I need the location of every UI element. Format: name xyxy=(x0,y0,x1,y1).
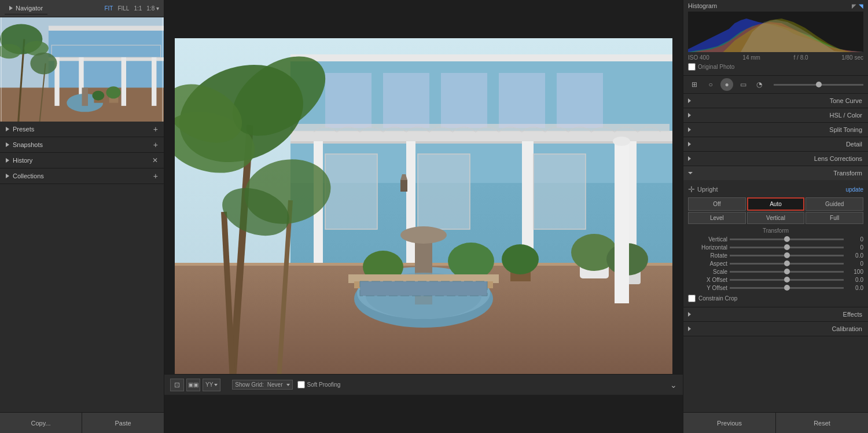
upright-text: Upright xyxy=(697,186,718,193)
upright-label-row: ✛ Upright xyxy=(688,185,718,194)
zoom-fill[interactable]: FILL xyxy=(117,5,129,12)
compare-button[interactable]: ▣▣ xyxy=(186,379,200,391)
original-photo-checkbox[interactable] xyxy=(688,63,696,71)
snapshots-label: Snapshots xyxy=(13,141,43,148)
snapshots-section: Snapshots + xyxy=(0,137,164,153)
previous-button[interactable]: Previous xyxy=(683,413,776,433)
tone-curve-header[interactable]: Tone Curve xyxy=(683,94,868,108)
effects-icon xyxy=(688,312,691,317)
upright-full-button[interactable]: Full xyxy=(806,212,863,224)
svg-point-59 xyxy=(400,226,447,244)
reset-button[interactable]: Reset xyxy=(776,413,868,433)
history-left: History xyxy=(6,157,32,164)
presets-triangle xyxy=(6,127,9,131)
show-grid-dropdown[interactable]: Show Grid: Never xyxy=(232,380,292,390)
hsl-color-label: HSL / Color xyxy=(830,112,862,119)
rect-tool-button[interactable]: ▭ xyxy=(737,78,749,91)
soft-proof-checkbox[interactable] xyxy=(297,381,305,388)
calibration-header[interactable]: Calibration xyxy=(683,322,868,336)
presets-header[interactable]: Presets + xyxy=(0,122,164,137)
svg-point-15 xyxy=(30,53,57,75)
soft-proofing-row: Soft Proofing xyxy=(297,381,341,388)
transform-header[interactable]: Transform xyxy=(683,166,868,180)
circle-tool-button[interactable]: ○ xyxy=(704,78,717,91)
navigator-title: Navigator xyxy=(16,5,43,12)
histogram-meta: ISO 400 14 mm f / 8.0 1/80 sec xyxy=(688,54,863,61)
exposure-slider[interactable] xyxy=(774,84,863,86)
constrain-crop-checkbox[interactable] xyxy=(688,295,696,302)
tonecurve-tool-button[interactable]: ◔ xyxy=(753,78,766,91)
collections-right: + xyxy=(153,172,158,180)
frame-view-button[interactable]: ⊡ xyxy=(170,379,184,391)
histogram-section: Histogram ◤ ◥ xyxy=(683,0,868,76)
scale-slider-row: Scale 100 xyxy=(688,269,863,275)
tool-icons-row: ⊞ ○ ● ▭ ◔ xyxy=(683,76,868,94)
history-clear-icon[interactable]: ✕ xyxy=(152,156,158,164)
lens-corrections-header[interactable]: Lens Corrections xyxy=(683,152,868,166)
tone-curve-icon xyxy=(688,98,691,103)
expand-bottom-icon[interactable]: ⌄ xyxy=(670,380,677,390)
presets-add-icon[interactable]: + xyxy=(153,125,158,133)
upright-auto-button[interactable]: Auto xyxy=(747,197,805,211)
effects-section: Effects xyxy=(683,307,868,322)
aspect-thumb xyxy=(784,260,790,266)
collections-header[interactable]: Collections + xyxy=(0,168,164,184)
presets-label: Presets xyxy=(13,126,34,133)
nav-image-svg xyxy=(0,17,164,122)
navigator-preview[interactable] xyxy=(0,17,164,122)
horizontal-slider[interactable] xyxy=(730,247,844,248)
date-format-dropdown[interactable]: YY xyxy=(203,379,220,391)
upright-off-button[interactable]: Off xyxy=(688,197,746,211)
detail-header[interactable]: Detail xyxy=(683,137,868,151)
aspect-slider[interactable] xyxy=(730,263,844,265)
detail-section: Detail xyxy=(683,137,868,152)
upright-vertical-button[interactable]: Vertical xyxy=(747,212,805,224)
presets-right: + xyxy=(153,125,158,133)
collections-add-icon[interactable]: + xyxy=(153,172,158,180)
rotate-thumb xyxy=(784,252,790,258)
dot-tool-button[interactable]: ● xyxy=(720,78,733,91)
split-toning-header[interactable]: Split Toning xyxy=(683,123,868,137)
vertical-slider[interactable] xyxy=(730,238,844,240)
effects-header[interactable]: Effects xyxy=(683,307,868,321)
svg-rect-9 xyxy=(152,57,156,106)
lens-corrections-icon xyxy=(688,156,691,161)
histogram-corner-left[interactable]: ◤ xyxy=(852,3,856,9)
presets-left: Presets xyxy=(6,126,34,133)
upright-level-button[interactable]: Level xyxy=(688,212,746,224)
copy-button[interactable]: Copy... xyxy=(0,413,82,433)
soft-proof-label: Soft Proofing xyxy=(307,381,341,388)
svg-rect-40 xyxy=(418,154,470,229)
zoom-1-8[interactable]: 1:8 ▾ xyxy=(146,5,159,12)
hsl-color-header[interactable]: HSL / Color xyxy=(683,108,868,122)
yoffset-slider[interactable] xyxy=(730,287,844,289)
scale-slider[interactable] xyxy=(730,271,844,273)
paste-button[interactable]: Paste xyxy=(82,413,164,433)
navigator-collapse-icon[interactable] xyxy=(9,6,13,10)
split-toning-left xyxy=(688,127,694,132)
tone-curve-left xyxy=(688,98,694,103)
zoom-1-1[interactable]: 1:1 xyxy=(134,5,142,12)
upright-header: ✛ Upright update xyxy=(688,185,863,194)
grid-tool-button[interactable]: ⊞ xyxy=(688,78,701,91)
history-label: History xyxy=(13,157,32,164)
histogram-corner-right[interactable]: ◥ xyxy=(859,3,863,9)
upright-guided-button[interactable]: Guided xyxy=(806,197,863,211)
transform-content: ✛ Upright update Off Auto Guided Level V… xyxy=(683,180,868,307)
calibration-label: Calibration xyxy=(832,325,862,332)
rotate-slider[interactable] xyxy=(730,255,844,256)
history-header[interactable]: History ✕ xyxy=(0,153,164,168)
horizontal-label: Horizontal xyxy=(688,244,727,251)
snapshots-header[interactable]: Snapshots + xyxy=(0,137,164,152)
xoffset-slider[interactable] xyxy=(730,279,844,281)
vertical-slider-row: Vertical 0 xyxy=(688,236,863,243)
date-format-arrow xyxy=(214,384,218,386)
calibration-left xyxy=(688,326,694,331)
zoom-fit[interactable]: FIT xyxy=(104,5,113,12)
history-triangle xyxy=(6,158,9,163)
transform-label: Transform xyxy=(833,170,862,177)
upright-update-button[interactable]: update xyxy=(845,186,863,193)
main-image-container xyxy=(175,38,672,374)
aspect-value: 0 xyxy=(846,260,863,267)
snapshots-add-icon[interactable]: + xyxy=(153,141,158,149)
